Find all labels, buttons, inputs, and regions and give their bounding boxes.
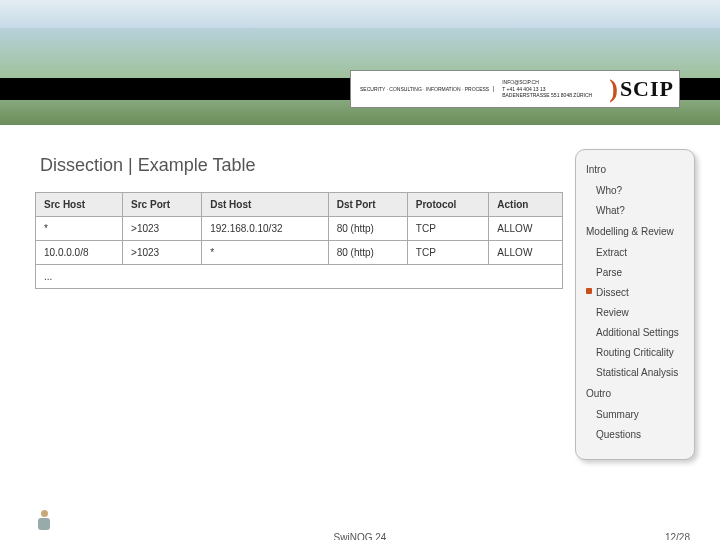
table-row: 10.0.0.0/8 >1023 * 80 (http) TCP ALLOW xyxy=(36,241,563,265)
logo-address: BADENERSTRASSE 551 8048 ZÜRICH xyxy=(498,92,596,99)
cell: 10.0.0.0/8 xyxy=(36,241,123,265)
nav-dissect[interactable]: Dissect xyxy=(596,283,684,302)
ellipsis-cell: ... xyxy=(36,265,563,289)
banner-gap xyxy=(0,125,720,147)
nav-additional[interactable]: Additional Settings xyxy=(596,323,684,342)
cell: ALLOW xyxy=(489,241,563,265)
table-row: * >1023 192.168.0.10/32 80 (http) TCP AL… xyxy=(36,217,563,241)
col-dst-port: Dst Port xyxy=(328,193,407,217)
col-protocol: Protocol xyxy=(407,193,489,217)
nav-questions[interactable]: Questions xyxy=(596,425,684,444)
outline-sidebar: Intro Who? What? Modelling & Review Extr… xyxy=(575,149,695,460)
cell: 192.168.0.10/32 xyxy=(202,217,328,241)
header-banner: SECURITY · CONSULTING · INFORMATION · PR… xyxy=(0,0,720,125)
table-ellipsis-row: ... xyxy=(36,265,563,289)
logo-tagline-1: SECURITY · CONSULTING · INFORMATION · PR… xyxy=(356,86,494,93)
scip-logo: SCIP xyxy=(609,74,674,104)
slide-content: Dissection | Example Table Src Host Src … xyxy=(35,147,563,460)
cell: * xyxy=(202,241,328,265)
cell: >1023 xyxy=(123,217,202,241)
nav-who[interactable]: Who? xyxy=(596,181,684,200)
cell: * xyxy=(36,217,123,241)
example-table: Src Host Src Port Dst Host Dst Port Prot… xyxy=(35,192,563,289)
nav-modelling[interactable]: Modelling & Review xyxy=(586,222,684,241)
nav-summary[interactable]: Summary xyxy=(596,405,684,424)
nav-statistical[interactable]: Statistical Analysis xyxy=(596,363,684,382)
slide-title: Dissection | Example Table xyxy=(40,155,563,176)
nav-intro[interactable]: Intro xyxy=(586,160,684,179)
col-src-port: Src Port xyxy=(123,193,202,217)
cell: ALLOW xyxy=(489,217,563,241)
footer-event: SwiNOG 24 xyxy=(334,532,387,540)
cell: 80 (http) xyxy=(328,241,407,265)
cell: TCP xyxy=(407,241,489,265)
cell: >1023 xyxy=(123,241,202,265)
nav-routing[interactable]: Routing Criticality xyxy=(596,343,684,362)
cell: 80 (http) xyxy=(328,217,407,241)
nav-what[interactable]: What? xyxy=(596,201,684,220)
nav-parse[interactable]: Parse xyxy=(596,263,684,282)
col-action: Action xyxy=(489,193,563,217)
banner-sky xyxy=(0,0,720,28)
logo-bar: SECURITY · CONSULTING · INFORMATION · PR… xyxy=(350,70,680,108)
cell: TCP xyxy=(407,217,489,241)
col-dst-host: Dst Host xyxy=(202,193,328,217)
nav-extract[interactable]: Extract xyxy=(596,243,684,262)
nav-review[interactable]: Review xyxy=(596,303,684,322)
nav-outro[interactable]: Outro xyxy=(586,384,684,403)
presenter-icon xyxy=(35,510,53,532)
table-header-row: Src Host Src Port Dst Host Dst Port Prot… xyxy=(36,193,563,217)
col-src-host: Src Host xyxy=(36,193,123,217)
page-number: 12/28 xyxy=(665,532,690,540)
